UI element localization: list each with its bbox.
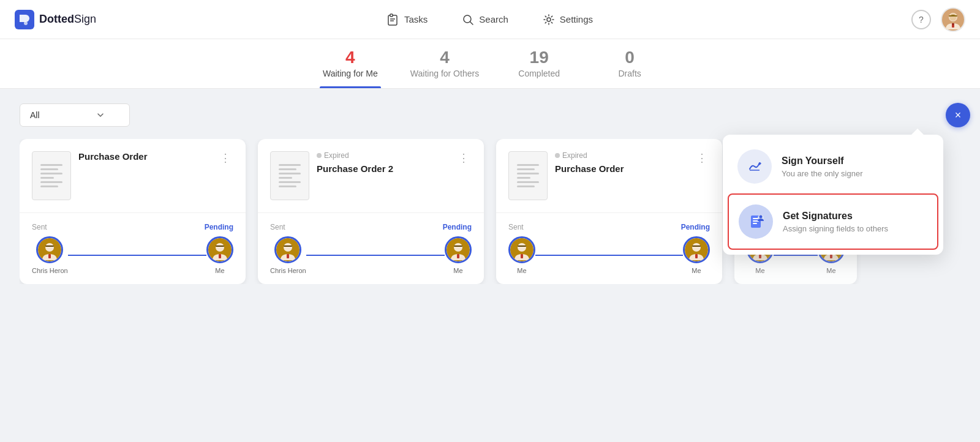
flow-pending-label-3: Pending bbox=[681, 223, 710, 231]
card-menu-2[interactable]: ⋮ bbox=[456, 151, 472, 165]
signer-avatar-1b bbox=[206, 236, 233, 263]
card-thumbnail-2 bbox=[270, 151, 309, 200]
nav-tasks[interactable]: Tasks bbox=[380, 9, 435, 31]
signer-avatar-1a bbox=[36, 236, 63, 263]
card-bottom-1: Sent Pending bbox=[20, 213, 246, 284]
header-right: ? bbox=[911, 7, 965, 32]
card-menu-1[interactable]: ⋮ bbox=[217, 151, 233, 165]
svg-rect-29 bbox=[454, 245, 462, 247]
flow-sent-label-2: Sent bbox=[270, 223, 285, 231]
signer-avatar-3a bbox=[508, 236, 535, 263]
svg-point-16 bbox=[45, 243, 54, 252]
signer-name-4a: Me bbox=[755, 267, 764, 274]
nav-search-label: Search bbox=[479, 14, 508, 24]
signer-name-2a: Chris Heron bbox=[270, 267, 306, 274]
signer-name-4b: Me bbox=[826, 267, 835, 274]
signers-row-3: Me Me bbox=[508, 236, 710, 274]
svg-point-54 bbox=[760, 215, 763, 219]
popup-get-signatures-text: Get Signatures Assign signing fields to … bbox=[783, 211, 927, 233]
signer-node-2b: Me bbox=[445, 236, 472, 274]
avatar[interactable] bbox=[941, 7, 965, 32]
svg-rect-46 bbox=[830, 254, 832, 258]
flow-labels-3: Sent Pending bbox=[508, 223, 710, 231]
nav-settings[interactable]: Settings bbox=[535, 9, 600, 31]
tab-drafts[interactable]: 0 Drafts bbox=[599, 49, 660, 88]
nav-settings-label: Settings bbox=[560, 14, 593, 24]
tab-drafts-count: 0 bbox=[625, 49, 635, 66]
signers-row-2: Chris Heron Me bbox=[270, 236, 472, 274]
tab-waiting-for-others[interactable]: 4 Waiting for Others bbox=[410, 49, 479, 88]
signer-avatar-2a bbox=[274, 236, 301, 263]
svg-rect-30 bbox=[457, 254, 459, 258]
card-title-1: Purchase Order bbox=[78, 151, 210, 162]
popup-sign-yourself-title: Sign Yourself bbox=[782, 155, 929, 167]
signer-node-3b: Me bbox=[683, 236, 710, 274]
card-menu-3[interactable]: ⋮ bbox=[694, 151, 710, 165]
signer-node-1a: Chris Heron bbox=[32, 236, 68, 274]
svg-point-11 bbox=[949, 13, 957, 21]
flow-sent-label-1: Sent bbox=[32, 223, 47, 231]
svg-rect-21 bbox=[216, 245, 224, 247]
flow-connector-3 bbox=[535, 255, 683, 256]
expired-badge-3: Expired bbox=[555, 151, 687, 160]
logo-text: DottedSign bbox=[39, 13, 96, 26]
tab-waiting-for-me-count: 4 bbox=[345, 49, 355, 66]
card-title-2: Purchase Order 2 bbox=[317, 163, 448, 174]
header: DottedSign Tasks Sear bbox=[0, 0, 980, 39]
signer-node-1b: Me bbox=[206, 236, 233, 274]
card-title-3: Purchase Order bbox=[555, 163, 687, 174]
svg-point-32 bbox=[518, 243, 526, 252]
tab-drafts-label: Drafts bbox=[618, 69, 641, 78]
nav-search[interactable]: Search bbox=[454, 9, 516, 31]
card-thumbnail-3 bbox=[508, 151, 548, 200]
logo[interactable]: DottedSign bbox=[15, 10, 96, 29]
signer-avatar-2b bbox=[445, 236, 472, 263]
tab-waiting-for-me[interactable]: 4 Waiting for Me bbox=[320, 49, 381, 88]
tab-waiting-for-me-label: Waiting for Me bbox=[323, 69, 378, 78]
doc-card-2: Expired Purchase Order 2 ⋮ Sent Pending bbox=[258, 139, 484, 284]
get-signatures-icon bbox=[739, 204, 773, 239]
doc-card-3: Expired Purchase Order ⋮ Sent Pending bbox=[496, 139, 722, 284]
tab-completed[interactable]: 19 Completed bbox=[508, 49, 570, 88]
svg-rect-42 bbox=[759, 254, 761, 258]
search-icon bbox=[462, 13, 474, 26]
popup-option-get-signatures[interactable]: Get Signatures Assign signing fields to … bbox=[728, 193, 938, 250]
nav-tasks-label: Tasks bbox=[404, 14, 428, 24]
signer-node-2a: Chris Heron bbox=[270, 236, 306, 274]
card-top-1: Purchase Order ⋮ bbox=[20, 139, 246, 213]
svg-rect-38 bbox=[695, 254, 698, 258]
filter-select-value: All bbox=[30, 110, 40, 120]
sign-yourself-icon bbox=[737, 149, 772, 184]
popup-sign-yourself-desc: You are the only signer bbox=[782, 169, 929, 178]
chevron-down-icon bbox=[96, 111, 105, 119]
svg-rect-17 bbox=[45, 245, 54, 247]
flow-labels-1: Sent Pending bbox=[32, 223, 233, 231]
flow-sent-label-3: Sent bbox=[508, 223, 524, 231]
tab-waiting-for-others-label: Waiting for Others bbox=[410, 69, 479, 78]
svg-point-36 bbox=[692, 243, 701, 252]
flow-pending-label-1: Pending bbox=[205, 223, 233, 231]
flow-connector-4 bbox=[774, 255, 818, 256]
svg-point-20 bbox=[216, 243, 224, 252]
svg-point-24 bbox=[284, 243, 292, 252]
card-bottom-3: Sent Pending bbox=[496, 213, 722, 284]
svg-rect-3 bbox=[390, 14, 393, 17]
tab-completed-label: Completed bbox=[518, 69, 560, 78]
card-top-3: Expired Purchase Order ⋮ bbox=[496, 139, 722, 213]
doc-card-1: Purchase Order ⋮ Sent Pending bbox=[20, 139, 246, 284]
card-thumbnail-1 bbox=[32, 151, 71, 200]
svg-rect-52 bbox=[753, 223, 757, 224]
svg-point-28 bbox=[454, 243, 462, 252]
filter-select[interactable]: All bbox=[20, 103, 130, 127]
flow-pending-label-2: Pending bbox=[443, 223, 472, 231]
signer-name-3a: Me bbox=[517, 267, 526, 274]
popup-option-sign-yourself[interactable]: Sign Yourself You are the only signer bbox=[728, 140, 938, 193]
signer-avatar-3b bbox=[683, 236, 710, 263]
tab-waiting-for-others-count: 4 bbox=[440, 49, 450, 66]
help-button[interactable]: ? bbox=[911, 10, 931, 29]
flow-connector-2 bbox=[306, 255, 445, 256]
svg-point-1 bbox=[24, 21, 28, 25]
svg-rect-37 bbox=[692, 245, 701, 247]
header-nav: Tasks Search Settings bbox=[380, 9, 600, 31]
popup-close-button[interactable]: × bbox=[946, 103, 970, 127]
